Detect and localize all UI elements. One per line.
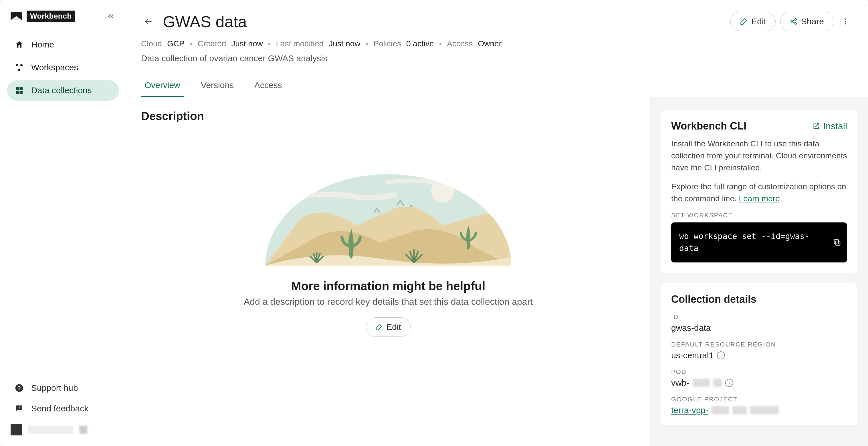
content-main: Description xyxy=(126,97,650,446)
svg-rect-3 xyxy=(16,87,19,90)
empty-title: More information might be helpful xyxy=(291,279,486,293)
empty-subtitle: Add a description to record key details … xyxy=(244,297,533,307)
copy-button[interactable] xyxy=(833,238,841,247)
user-name-redacted xyxy=(28,426,73,434)
svg-rect-9 xyxy=(19,407,20,408)
tab-label: Overview xyxy=(145,80,180,90)
svg-rect-20 xyxy=(836,241,840,245)
right-rail: Workbench CLI Install Install the Workbe… xyxy=(650,97,868,446)
region-value: us-central1 i xyxy=(671,350,847,360)
sidebar-item-label: Data collections xyxy=(31,85,92,95)
send-feedback-label: Send feedback xyxy=(31,404,88,413)
page-title: GWAS data xyxy=(163,12,247,31)
cli-paragraph-1: Install the Workbench CLI to use this da… xyxy=(671,138,847,174)
sidebar-nav: Home Workspaces Data collections xyxy=(7,34,119,101)
access-label: Access xyxy=(447,39,473,48)
edit-label: Edit xyxy=(386,322,401,332)
subtitle: Data collection of ovarian cancer GWAS a… xyxy=(141,54,853,63)
svg-point-14 xyxy=(845,19,846,20)
learn-more-link[interactable]: Learn more xyxy=(739,194,780,203)
brand-name: Workbench xyxy=(27,10,75,22)
svg-rect-10 xyxy=(19,409,20,409)
header: GWAS data Edit Share Cloud xyxy=(126,0,868,97)
region-text: us-central1 xyxy=(671,350,714,360)
install-label: Install xyxy=(823,121,847,132)
tab-versions[interactable]: Versions xyxy=(197,75,237,97)
sidebar-item-data-collections[interactable]: Data collections xyxy=(7,80,119,101)
logo-icon xyxy=(10,12,22,20)
policies-value: 0 active xyxy=(406,39,434,48)
redacted-segment xyxy=(733,406,747,414)
svg-point-15 xyxy=(845,21,846,22)
policies-label: Policies xyxy=(373,39,401,48)
home-icon xyxy=(14,39,24,50)
modified-label: Last modified xyxy=(276,39,324,48)
svg-rect-4 xyxy=(20,87,23,90)
cmd-label: Set Workspace xyxy=(671,212,847,219)
redacted-segment xyxy=(713,379,722,387)
redacted-segment xyxy=(712,406,729,414)
created-label: Created xyxy=(198,39,226,48)
back-button[interactable] xyxy=(141,14,156,29)
created-value: Just now xyxy=(231,39,263,48)
tab-access[interactable]: Access xyxy=(251,75,285,97)
sidebar-item-workspaces[interactable]: Workspaces xyxy=(7,57,119,78)
cloud-label: Cloud xyxy=(141,39,162,48)
description-heading: Description xyxy=(141,110,636,123)
meta-row: Cloud GCP • Created Just now • Last modi… xyxy=(141,39,853,48)
details-card: Collection details ID gwas-data Default … xyxy=(661,283,858,425)
svg-point-16 xyxy=(845,23,846,25)
tab-label: Access xyxy=(254,80,282,90)
cli-heading: Workbench CLI xyxy=(671,120,746,132)
tab-overview[interactable]: Overview xyxy=(141,75,184,97)
open-external-icon xyxy=(812,122,820,130)
main: GWAS data Edit Share Cloud xyxy=(126,0,868,446)
sidebar-item-home[interactable]: Home xyxy=(7,34,119,55)
id-label: ID xyxy=(671,313,847,321)
workspaces-icon xyxy=(14,62,24,73)
cmd-text: wb workspace set --id=gwas-data xyxy=(679,232,809,253)
collapse-sidebar-button[interactable] xyxy=(106,12,116,21)
empty-edit-button[interactable]: Edit xyxy=(366,317,410,337)
avatar xyxy=(10,424,22,436)
svg-rect-21 xyxy=(834,240,839,244)
svg-rect-5 xyxy=(16,91,19,94)
pod-value: vwb- i xyxy=(671,378,847,388)
region-label: Default Resource Region xyxy=(671,341,847,348)
svg-point-1 xyxy=(20,64,23,66)
share-button[interactable]: Share xyxy=(780,12,833,31)
svg-point-2 xyxy=(18,69,20,71)
info-icon[interactable]: i xyxy=(725,379,733,387)
details-heading: Collection details xyxy=(671,293,847,305)
support-hub-label: Support hub xyxy=(31,383,78,393)
cli-card: Workbench CLI Install Install the Workbe… xyxy=(661,110,858,273)
empty-state: More information might be helpful Add a … xyxy=(141,145,636,337)
info-icon[interactable]: i xyxy=(717,351,725,359)
redacted-segment xyxy=(693,379,710,387)
gproj-value: terra-vpp- xyxy=(671,405,847,415)
cli-paragraph-2: Explore the full range of customization … xyxy=(671,181,847,205)
install-link[interactable]: Install xyxy=(812,121,847,132)
gproj-link[interactable]: terra-vpp- xyxy=(671,405,708,415)
modified-value: Just now xyxy=(329,39,361,48)
more-menu-button[interactable] xyxy=(838,14,853,29)
share-label: Share xyxy=(801,16,824,26)
user-row[interactable] xyxy=(7,419,119,436)
sidebar-header: Workbench xyxy=(7,10,119,31)
data-collections-icon xyxy=(14,85,24,96)
sidebar-item-label: Workspaces xyxy=(31,63,79,72)
id-value: gwas-data xyxy=(671,323,847,333)
send-feedback-button[interactable]: Send feedback xyxy=(7,398,119,419)
redacted-segment xyxy=(750,406,779,414)
svg-point-0 xyxy=(16,64,18,66)
access-value: Owner xyxy=(478,39,501,48)
support-hub-button[interactable]: ? Support hub xyxy=(7,378,119,398)
cmd-block: wb workspace set --id=gwas-data xyxy=(671,222,847,263)
svg-text:?: ? xyxy=(18,385,21,391)
pencil-icon xyxy=(375,323,383,331)
cloud-value: GCP xyxy=(167,39,185,48)
svg-rect-6 xyxy=(20,91,23,94)
gproj-label: Google Project xyxy=(671,396,847,403)
edit-button[interactable]: Edit xyxy=(731,12,776,31)
pencil-icon xyxy=(740,18,748,26)
